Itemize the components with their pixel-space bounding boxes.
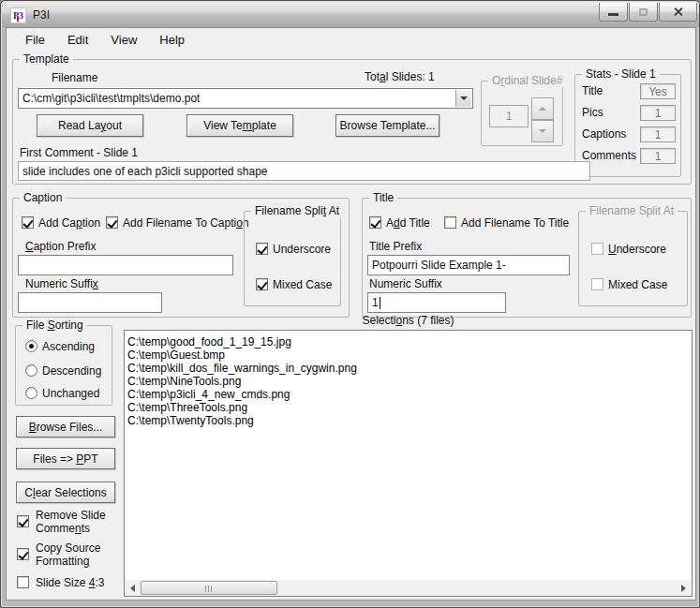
browse-template-button[interactable]: Browse Template...: [335, 114, 439, 137]
radio-descending-label[interactable]: Descending: [42, 364, 101, 378]
title-group-legend: Title: [369, 191, 397, 204]
add-filename-to-title-label[interactable]: Add Filename To Title: [461, 216, 569, 230]
add-filename-to-caption-checkbox[interactable]: [106, 216, 118, 229]
minimize-icon: [608, 13, 618, 16]
view-template-button[interactable]: View Template: [186, 114, 293, 137]
caption-prefix-input[interactable]: [18, 255, 233, 275]
files-to-ppt-button[interactable]: Files => PPT: [16, 448, 115, 469]
caption-group-legend: Caption: [20, 191, 66, 204]
template-filename-combobox[interactable]: C:\cm\git\p3icli\test\tmplts\demo.pot: [18, 88, 473, 109]
add-caption-label[interactable]: Add Caption: [38, 216, 100, 230]
title-filename-split-legend: Filename Split At: [586, 204, 678, 217]
slide-size-checkbox[interactable]: [17, 576, 29, 588]
radio-descending[interactable]: [25, 364, 37, 377]
title-mixed-case-checkbox: [591, 278, 603, 290]
chevron-down-icon: [539, 129, 546, 133]
slide-size-label[interactable]: Slide Size 4:3: [36, 576, 104, 589]
add-title-checkbox[interactable]: [369, 216, 381, 229]
title-underscore-checkbox: [591, 243, 603, 255]
radio-ascending[interactable]: [25, 340, 37, 352]
maximize-icon: [639, 8, 648, 16]
ordinal-slide-legend: Ordinal Slide#: [488, 74, 566, 87]
arrow-left-icon: [130, 585, 135, 592]
close-button[interactable]: [659, 3, 697, 22]
title-numeric-suffix-label: Numeric Suffix: [369, 277, 442, 290]
read-layout-button[interactable]: Read Layout: [37, 114, 143, 137]
add-filename-to-caption-label[interactable]: Add Filename To Caption: [123, 216, 249, 230]
horizontal-scrollbar[interactable]: [125, 580, 692, 596]
stats-pics-label: Pics: [582, 106, 603, 119]
text-caret: [380, 297, 380, 309]
title-prefix-label: Title Prefix: [369, 240, 422, 253]
title-numeric-suffix-input[interactable]: 1: [367, 292, 506, 313]
maximize-button: [629, 3, 658, 22]
list-item[interactable]: C:\temp\TwentyTools.png: [127, 414, 689, 427]
caption-underscore-checkbox[interactable]: [256, 243, 268, 255]
list-item[interactable]: C:\temp\NineTools.png: [127, 375, 689, 388]
stats-pics-value: 1: [640, 105, 676, 121]
stats-title-label: Title: [582, 84, 603, 97]
stats-comments-label: Comments: [582, 149, 636, 162]
scroll-right-button[interactable]: [676, 580, 692, 596]
list-item[interactable]: C:\temp\p3icli_4_new_cmds.png: [127, 388, 689, 401]
remove-slide-comments-label[interactable]: Remove Slide Comments: [36, 509, 106, 535]
stats-title-value: Yes: [640, 83, 676, 99]
app-window: P3 P3I File Edit View Help Template File…: [0, 0, 700, 608]
combobox-dropdown-button[interactable]: [455, 90, 471, 107]
caption-prefix-label: Caption Prefix: [25, 240, 96, 253]
add-filename-to-title-checkbox[interactable]: [444, 216, 456, 229]
first-comment-label: First Comment - Slide 1: [20, 146, 138, 159]
chevron-down-icon: [460, 96, 468, 100]
menu-file[interactable]: File: [16, 29, 54, 51]
title-underscore-label: Underscore: [608, 243, 666, 256]
ordinal-slide-input: 1: [489, 105, 529, 127]
app-icon: P3: [10, 7, 26, 23]
chevron-up-icon: [539, 107, 546, 111]
selections-list: C:\temp\good_food_1_19_15.jpg C:\temp\Gu…: [125, 331, 692, 580]
list-item[interactable]: C:\temp\good_food_1_19_15.jpg: [127, 335, 689, 348]
title-filename-split-group: Filename Split At: [578, 211, 688, 306]
first-comment-field: slide includes one of each p3icli suppor…: [18, 161, 590, 181]
scrollbar-thumb[interactable]: [141, 581, 277, 595]
list-item[interactable]: C:\temp\kill_dos_file_warnings_in_cygwin…: [127, 362, 689, 375]
clear-selections-button[interactable]: Clear Selections: [16, 482, 115, 503]
caption-mixed-case-label[interactable]: Mixed Case: [273, 278, 332, 291]
radio-unchanged-label[interactable]: Unchanged: [42, 387, 99, 400]
file-sorting-legend: File Sorting: [22, 319, 87, 332]
add-caption-checkbox[interactable]: [22, 216, 34, 229]
template-group-legend: Template: [20, 52, 73, 66]
caption-numeric-suffix-input[interactable]: [18, 292, 162, 313]
selections-listbox[interactable]: C:\temp\good_food_1_19_15.jpg C:\temp\Gu…: [124, 330, 693, 597]
template-filename-value: C:\cm\git\p3icli\test\tmplts\demo.pot: [22, 92, 200, 105]
total-slides-label: Total Slides: 1: [365, 70, 435, 83]
copy-source-formatting-label[interactable]: Copy Source Formatting: [36, 541, 100, 568]
list-item[interactable]: C:\temp\Guest.bmp: [127, 348, 689, 362]
radio-ascending-label[interactable]: Ascending: [42, 340, 95, 353]
arrow-right-icon: [681, 585, 686, 592]
add-title-label[interactable]: Add Title: [386, 216, 430, 230]
caption-underscore-label[interactable]: Underscore: [273, 243, 331, 256]
list-item[interactable]: C:\temp\ThreeTools.png: [127, 401, 689, 414]
stats-comments-value: 1: [640, 148, 676, 164]
menu-view[interactable]: View: [101, 29, 146, 51]
title-prefix-input[interactable]: Potpourri Slide Example 1-: [367, 255, 570, 275]
title-mixed-case-label: Mixed Case: [608, 278, 667, 291]
stats-group-legend: Stats - Slide 1: [582, 67, 660, 81]
scroll-left-button[interactable]: [125, 580, 141, 596]
close-icon: [673, 7, 683, 17]
stats-captions-label: Captions: [582, 127, 626, 141]
caption-mixed-case-checkbox[interactable]: [256, 278, 268, 290]
title-bar[interactable]: P3 P3I: [2, 2, 700, 27]
ordinal-spin-down: [531, 120, 554, 142]
copy-source-formatting-checkbox[interactable]: [17, 548, 29, 560]
menu-edit[interactable]: Edit: [58, 29, 97, 51]
minimize-button[interactable]: [599, 3, 628, 22]
stats-captions-value: 1: [640, 126, 676, 142]
browse-files-button[interactable]: Browse Files...: [16, 416, 115, 437]
filename-label: Filename: [52, 71, 97, 84]
remove-slide-comments-checkbox[interactable]: [17, 515, 29, 527]
radio-unchanged[interactable]: [25, 387, 37, 399]
app-icon-text: P3: [13, 10, 23, 21]
ordinal-spin-up: [531, 97, 554, 120]
menu-help[interactable]: Help: [150, 29, 194, 51]
